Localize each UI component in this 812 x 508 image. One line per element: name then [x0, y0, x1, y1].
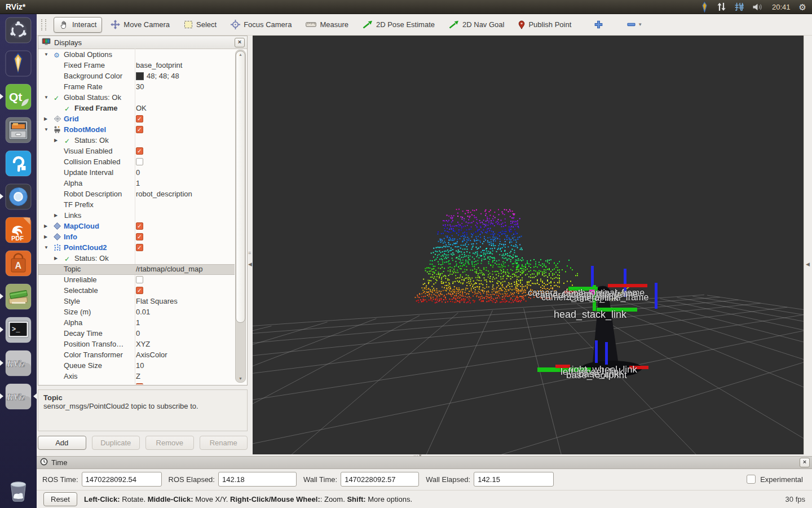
expander-icon[interactable]: ▼: [44, 95, 48, 100]
tree-row-background-color[interactable]: Background Color48; 48; 48: [38, 71, 235, 82]
tree-row-info[interactable]: ▶Info✓: [38, 232, 235, 243]
reset-button[interactable]: Reset: [43, 492, 77, 506]
tray-session-gear-icon[interactable]: ⚙: [799, 3, 806, 11]
property-value[interactable]: ✓: [136, 286, 143, 294]
close-icon[interactable]: ×: [235, 38, 245, 47]
remove-tool-button[interactable]: ▼: [621, 19, 648, 30]
tree-row-status-ok[interactable]: ▶✓Status: Ok: [38, 253, 235, 264]
property-value[interactable]: robot_description: [136, 190, 192, 198]
launcher-rviz-2[interactable]: RViz: [5, 383, 32, 410]
close-icon[interactable]: ×: [800, 458, 810, 467]
launcher-file-cabinet[interactable]: [5, 117, 32, 143]
render-canvas[interactable]: [253, 36, 804, 454]
tool-publish-point[interactable]: Publish Point: [513, 17, 577, 33]
ros-time-input[interactable]: [82, 472, 162, 487]
tree-row-frame-rate[interactable]: Frame Rate30: [38, 82, 235, 93]
tree-row-size-m[interactable]: Size (m)0.01: [38, 307, 235, 318]
tool-2d-pose-estimate[interactable]: 2D Pose Estimate: [357, 17, 440, 32]
experimental-checkbox[interactable]: [747, 475, 756, 484]
expander-icon[interactable]: ▶: [54, 213, 58, 218]
expander-icon[interactable]: ▼: [44, 245, 48, 250]
tree-row-topic[interactable]: Topic/rtabmap/cloud_map: [38, 264, 235, 275]
tree-row-unreliable[interactable]: Unreliable: [38, 275, 235, 286]
expander-icon[interactable]: ▼: [44, 127, 48, 132]
tray-volume-icon[interactable]: [752, 3, 764, 11]
checkbox[interactable]: ✓: [136, 126, 143, 133]
toolbar-grip[interactable]: [41, 19, 46, 30]
property-value[interactable]: ✓: [136, 115, 143, 122]
panel-splitter[interactable]: ≡ ◀: [248, 36, 253, 454]
tree-row-visual-enabled[interactable]: Visual Enabled✓: [38, 146, 235, 157]
collapse-left-icon[interactable]: ◀: [248, 261, 252, 267]
3d-viewport[interactable]: camera_depth_optical_framecamera_rgb_opt…: [253, 36, 804, 454]
launcher-qt-creator[interactable]: Qt: [5, 84, 32, 110]
checkbox[interactable]: ✓: [136, 222, 143, 230]
property-value[interactable]: 0: [136, 329, 140, 338]
collapse-right-icon[interactable]: ◀: [806, 261, 810, 267]
checkbox[interactable]: ✓: [136, 115, 143, 122]
wall-time-input[interactable]: [341, 472, 419, 487]
tree-row-color-transformer[interactable]: Color TransformerAxisColor: [38, 350, 235, 361]
tool-2d-nav-goal[interactable]: 2D Nav Goal: [443, 17, 510, 32]
expander-icon[interactable]: ▶: [54, 256, 58, 261]
property-value[interactable]: ✓: [136, 222, 143, 230]
property-value[interactable]: AxisColor: [136, 351, 167, 359]
ros-elapsed-input[interactable]: [218, 472, 297, 487]
checkbox[interactable]: ✓: [136, 287, 143, 294]
scroll-up-icon[interactable]: ▲: [236, 52, 245, 56]
launcher-foxit-pdf[interactable]: PDF: [5, 217, 32, 243]
tree-row-position-transfo[interactable]: Position Transfo…XYZ: [38, 339, 235, 350]
property-value[interactable]: OK: [136, 104, 147, 112]
tool-interact[interactable]: Interact: [54, 17, 102, 33]
tree-row-axis[interactable]: AxisZ: [38, 371, 235, 382]
checkbox[interactable]: ✓: [136, 244, 143, 251]
launcher-rviz-1[interactable]: RViz: [5, 350, 32, 376]
launcher-dictionary[interactable]: [5, 150, 32, 177]
scrollbar-thumb[interactable]: [236, 51, 245, 323]
add-button[interactable]: Add: [38, 436, 86, 450]
property-value[interactable]: ✓: [136, 233, 143, 240]
property-value[interactable]: [136, 275, 143, 283]
property-value[interactable]: base_footprint: [136, 61, 182, 69]
launcher-torch-app[interactable]: [5, 50, 32, 77]
expander-icon[interactable]: ▼: [44, 52, 48, 57]
tree-row-collision-enabled[interactable]: Collision Enabled: [38, 157, 235, 168]
tray-network-arrows-icon[interactable]: [717, 2, 726, 11]
property-value[interactable]: ✓: [136, 383, 143, 384]
property-value[interactable]: 0: [136, 168, 140, 177]
add-tool-button[interactable]: [589, 17, 608, 32]
launcher-dash-home[interactable]: [5, 17, 32, 43]
tree-row-alpha[interactable]: Alpha1: [38, 178, 235, 189]
tree-row-tf-prefix[interactable]: TF Prefix: [38, 200, 235, 211]
property-value[interactable]: 1: [136, 179, 140, 187]
launcher-books[interactable]: [5, 283, 32, 310]
property-value[interactable]: Z: [136, 372, 140, 380]
tree-row-grid[interactable]: ▶Grid✓: [38, 114, 235, 125]
property-value[interactable]: ✓: [136, 243, 143, 251]
property-value[interactable]: ✓: [136, 125, 143, 133]
property-value[interactable]: ✓: [136, 147, 143, 155]
tree-row-decay-time[interactable]: Decay Time0: [38, 329, 235, 339]
tray-pinyin-input-icon[interactable]: [735, 2, 744, 11]
tree-row-style[interactable]: StyleFlat Squares: [38, 296, 235, 307]
launcher-terminal[interactable]: >_: [5, 317, 32, 343]
checkbox[interactable]: ✓: [136, 147, 143, 155]
tree-row-links[interactable]: ▶Links: [38, 211, 235, 221]
expander-icon[interactable]: ▶: [44, 224, 47, 229]
tree-row-update-interval[interactable]: Update Interval0: [38, 168, 235, 178]
tree-row-fixed-frame[interactable]: Fixed Framebase_footprint: [38, 60, 235, 71]
tool-focus-camera[interactable]: Focus Camera: [225, 16, 297, 33]
tree-row-queue-size[interactable]: Queue Size10: [38, 361, 235, 371]
tree-row-status-ok[interactable]: ▶✓Status: Ok: [38, 135, 235, 146]
tree-row-partial[interactable]: ✓: [38, 382, 235, 384]
checkbox[interactable]: ✓: [136, 233, 143, 240]
property-value[interactable]: 48; 48; 48: [136, 72, 179, 80]
property-value[interactable]: 10: [136, 361, 144, 370]
tree-row-alpha[interactable]: Alpha1: [38, 318, 235, 329]
tree-row-selectable[interactable]: Selectable✓: [38, 286, 235, 296]
checkbox[interactable]: ✓: [136, 383, 143, 384]
tree-row-robotmodel[interactable]: ▼RobotModel✓: [38, 125, 235, 135]
checkbox[interactable]: [136, 158, 143, 165]
property-value[interactable]: 30: [136, 82, 144, 91]
tray-torch-indicator-icon[interactable]: [701, 2, 708, 12]
